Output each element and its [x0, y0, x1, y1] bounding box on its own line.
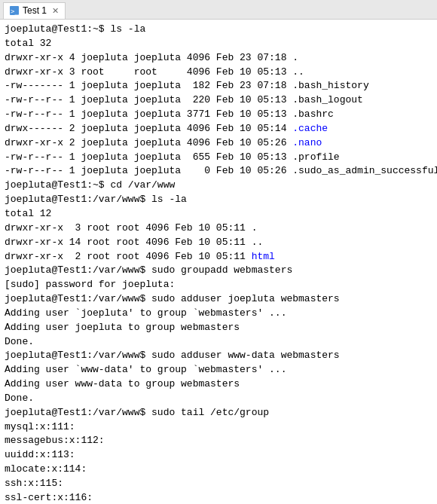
terminal-line: drwx------ 2 joepluta joepluta 4096 Feb … [5, 122, 432, 136]
terminal-tab[interactable]: >_ Test 1 ✕ [3, 2, 66, 19]
tab-bar: >_ Test 1 ✕ [0, 0, 437, 20]
terminal-line: Adding user www-data to group webmasters [5, 377, 432, 392]
terminal-line: mlocate:x:114: [5, 463, 432, 477]
terminal-line: Done. [5, 335, 432, 350]
terminal-line: joepluta@Test1:/var/www$ sudo groupadd w… [5, 264, 432, 278]
terminal-line: Adding user `www-data' to group `webmast… [5, 363, 432, 377]
terminal-line: total 12 [5, 207, 432, 221]
terminal-line: drwxr-xr-x 14 root root 4096 Feb 10 05:1… [5, 236, 432, 250]
terminal-line: -rw-r--r-- 1 joepluta joepluta 655 Feb 1… [5, 151, 432, 165]
terminal-line: -rw-r--r-- 1 joepluta joepluta 0 Feb 10 … [5, 164, 432, 179]
terminal-line: drwxr-xr-x 4 joepluta joepluta 4096 Feb … [5, 51, 432, 66]
terminal-line: joepluta@Test1:/var/www$ sudo adduser ww… [5, 349, 432, 363]
terminal-line: Adding user `joepluta' to group `webmast… [5, 307, 432, 321]
terminal-line: -rw------- 1 joepluta joepluta 182 Feb 2… [5, 79, 432, 93]
terminal-line: joepluta@Test1:/var/www$ sudo adduser jo… [5, 292, 432, 307]
terminal-line: uuidd:x:113: [5, 448, 432, 463]
terminal-line: Adding user joepluta to group webmasters [5, 321, 432, 335]
terminal-line: drwxr-xr-x 3 root root 4096 Feb 10 05:11… [5, 221, 432, 236]
terminal-line: -rw-r--r-- 1 joepluta joepluta 3771 Feb … [5, 108, 432, 122]
terminal-window: >_ Test 1 ✕ joepluta@Test1:~$ ls -latota… [0, 0, 437, 504]
tab-close-button[interactable]: ✕ [52, 6, 59, 16]
terminal-line: drwxr-xr-x 3 root root 4096 Feb 10 05:13… [5, 66, 432, 80]
terminal-line: drwxr-xr-x 2 joepluta joepluta 4096 Feb … [5, 136, 432, 151]
terminal-line: Done. [5, 392, 432, 406]
terminal-line: messagebus:x:112: [5, 434, 432, 448]
tab-label: Test 1 [23, 5, 47, 16]
terminal-line: -rw-r--r-- 1 joepluta joepluta 220 Feb 1… [5, 93, 432, 108]
terminal-line: joepluta@Test1:/var/www$ ls -la [5, 193, 432, 207]
terminal-icon: >_ [10, 6, 19, 15]
terminal-line: ssl-cert:x:116: [5, 491, 432, 504]
terminal-line: ssh:x:115: [5, 477, 432, 491]
terminal-line: joepluta@Test1:~$ ls -la [5, 23, 432, 37]
terminal-line: joepluta@Test1:~$ cd /var/www [5, 179, 432, 193]
terminal-line: total 32 [5, 37, 432, 51]
svg-text:>_: >_ [11, 8, 19, 15]
terminal-line: drwxr-xr-x 2 root root 4096 Feb 10 05:11… [5, 250, 432, 264]
terminal-output[interactable]: joepluta@Test1:~$ ls -latotal 32drwxr-xr… [0, 20, 437, 504]
terminal-line: [sudo] password for joepluta: [5, 278, 432, 292]
terminal-line: joepluta@Test1:/var/www$ sudo tail /etc/… [5, 406, 432, 420]
terminal-line: mysql:x:111: [5, 420, 432, 435]
